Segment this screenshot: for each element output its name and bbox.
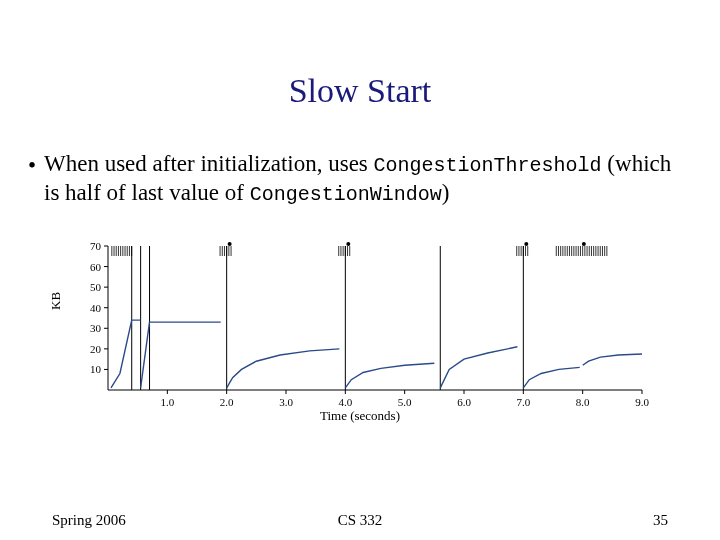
bullet-list: • When used after initialization, uses C… (28, 150, 690, 208)
bullet-text: When used after initialization, uses Con… (44, 150, 690, 208)
svg-text:9.0: 9.0 (635, 396, 649, 408)
svg-text:40: 40 (90, 302, 102, 314)
svg-point-96 (582, 242, 586, 246)
footer-course: CS 332 (0, 512, 720, 529)
bullet-marker: • (28, 150, 44, 181)
footer-page-number: 35 (653, 512, 668, 529)
svg-text:5.0: 5.0 (398, 396, 412, 408)
svg-text:4.0: 4.0 (338, 396, 352, 408)
svg-point-93 (228, 242, 232, 246)
text-segment: ) (442, 180, 450, 205)
svg-text:8.0: 8.0 (576, 396, 590, 408)
svg-text:20: 20 (90, 343, 102, 355)
svg-text:50: 50 (90, 281, 102, 293)
code-term: CongestionWindow (250, 183, 442, 206)
svg-text:7.0: 7.0 (516, 396, 530, 408)
svg-text:6.0: 6.0 (457, 396, 471, 408)
svg-point-95 (524, 242, 528, 246)
svg-text:2.0: 2.0 (220, 396, 234, 408)
svg-text:30: 30 (90, 322, 102, 334)
text-segment: When used after initialization, uses (44, 151, 374, 176)
code-term: CongestionThreshold (374, 154, 602, 177)
bullet-item: • When used after initialization, uses C… (28, 150, 690, 208)
congestion-chart: 102030405060701.02.03.04.05.06.07.08.09.… (70, 240, 650, 430)
svg-text:1.0: 1.0 (160, 396, 174, 408)
svg-text:10: 10 (90, 363, 102, 375)
svg-text:70: 70 (90, 240, 102, 252)
svg-text:60: 60 (90, 261, 102, 273)
svg-text:3.0: 3.0 (279, 396, 293, 408)
slide-title: Slow Start (0, 72, 720, 110)
svg-point-94 (346, 242, 350, 246)
x-axis-label: Time (seconds) (0, 408, 720, 424)
y-axis-label: KB (48, 292, 64, 310)
